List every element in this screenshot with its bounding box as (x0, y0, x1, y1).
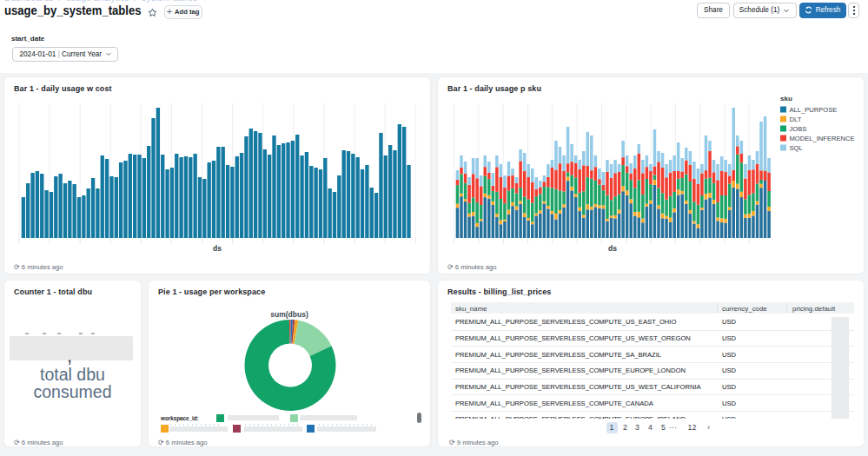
svg-text:sku: sku (780, 95, 792, 102)
svg-text:ALL_PURPOSE: ALL_PURPOSE (790, 106, 838, 114)
svg-text:ds: ds (213, 244, 222, 253)
svg-text:ds: ds (608, 244, 617, 253)
svg-text:JOBS: JOBS (790, 125, 807, 133)
svg-text:SQL: SQL (790, 144, 803, 152)
svg-text:DLT: DLT (790, 116, 802, 123)
svg-text:MODEL_INFERENCE: MODEL_INFERENCE (790, 135, 855, 142)
